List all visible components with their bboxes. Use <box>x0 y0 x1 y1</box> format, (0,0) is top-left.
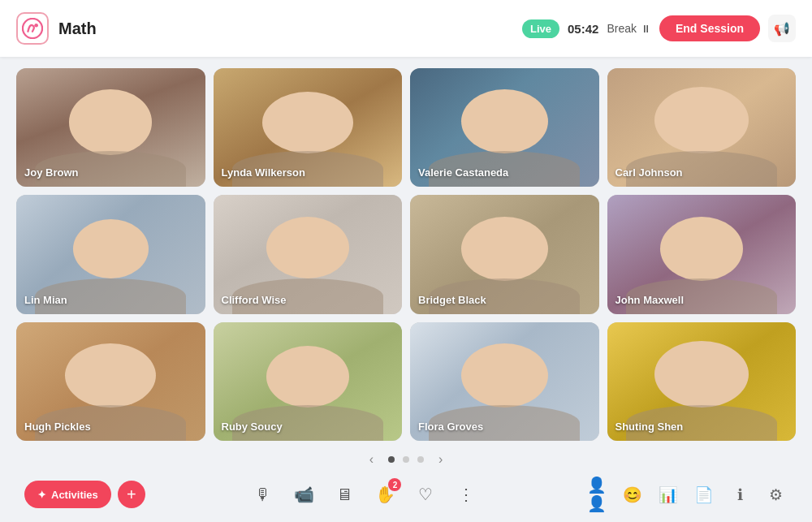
video-cell-lynda: Lynda Wilkerson <box>214 68 403 187</box>
student-name-bridget: Bridget Black <box>418 294 486 306</box>
page-title: Math <box>58 19 97 38</box>
bottom-toolbar: ✦ Activities + 🎙📹🖥✋2♡⋮ 👤👤😊📊📄ℹ⚙ <box>16 475 796 514</box>
session-timer: 05:42 <box>568 22 598 36</box>
activities-icon: ✦ <box>37 489 46 501</box>
heart-button[interactable]: ♡ <box>412 481 438 507</box>
screen-button[interactable]: 🖥 <box>331 481 357 507</box>
pagination-dot-3[interactable] <box>417 456 424 463</box>
video-cell-joy: Joy Brown <box>16 68 205 187</box>
logo <box>16 12 49 45</box>
pause-icon: ⏸ <box>641 23 651 35</box>
student-name-flora: Flora Groves <box>418 421 483 433</box>
video-grid: Joy BrownLynda WilkersonValerie Castaned… <box>16 68 796 441</box>
speaker-icon: 📢 <box>774 21 790 37</box>
activities-button[interactable]: ✦ Activities <box>24 481 111 508</box>
next-page-button[interactable]: › <box>432 449 449 470</box>
video-cell-hugh: Hugh Pickles <box>16 322 205 441</box>
toolbar-center: 🎙📹🖥✋2♡⋮ <box>250 481 479 507</box>
break-label: Break <box>607 22 637 35</box>
student-name-lynda: Lynda Wilkerson <box>222 166 305 179</box>
speaker-button[interactable]: 📢 <box>768 15 796 42</box>
student-name-carl: Carl Johnson <box>615 166 683 179</box>
doc-button[interactable]: 📄 <box>692 482 716 507</box>
toolbar-left: ✦ Activities + <box>24 481 145 508</box>
svg-point-1 <box>34 24 38 28</box>
hand-button[interactable]: ✋2 <box>372 481 398 507</box>
break-button[interactable]: Break ⏸ <box>607 22 651 35</box>
prev-page-button[interactable]: ‹ <box>363 449 380 470</box>
toolbar-right: 👤👤😊📊📄ℹ⚙ <box>585 482 788 507</box>
header-right: Live 05:42 Break ⏸ End Session 📢 <box>522 15 796 42</box>
student-name-clifford: Clifford Wise <box>222 294 287 306</box>
video-cell-lin: Lin Mian <box>16 195 205 313</box>
header: Math Live 05:42 Break ⏸ End Session 📢 <box>0 0 812 57</box>
pagination-dot-1[interactable] <box>388 456 395 463</box>
settings-button[interactable]: ⚙ <box>763 482 788 507</box>
video-cell-clifford: Clifford Wise <box>214 195 403 313</box>
chat-button[interactable]: 😊 <box>620 482 645 507</box>
video-cell-ruby: Ruby Soucy <box>214 322 403 441</box>
student-name-lin: Lin Mian <box>24 294 67 306</box>
main-content: Joy BrownLynda WilkersonValerie Castaned… <box>0 57 812 522</box>
video-cell-bridget: Bridget Black <box>410 195 599 313</box>
pagination-dot-2[interactable] <box>403 456 409 463</box>
info-button[interactable]: ℹ <box>728 482 752 507</box>
video-cell-carl: Carl Johnson <box>607 68 797 187</box>
activities-label: Activities <box>51 489 98 501</box>
camera-button[interactable]: 📹 <box>291 481 317 507</box>
hand-badge: 2 <box>388 478 401 491</box>
student-name-john: John Maxwell <box>615 294 685 306</box>
more-button[interactable]: ⋮ <box>453 481 479 507</box>
student-name-hugh: Hugh Pickles <box>24 421 91 433</box>
svg-point-0 <box>23 19 42 38</box>
live-badge: Live <box>522 19 559 38</box>
video-cell-john: John Maxwell <box>607 195 797 313</box>
student-name-valerie: Valerie Castaneda <box>418 166 508 179</box>
video-cell-shuting: Shuting Shen <box>607 322 797 441</box>
chart-button[interactable]: 📊 <box>656 482 680 507</box>
student-name-shuting: Shuting Shen <box>615 421 684 433</box>
student-name-joy: Joy Brown <box>24 166 78 179</box>
mic-button[interactable]: 🎙 <box>250 481 276 507</box>
video-cell-flora: Flora Groves <box>410 322 599 441</box>
students-button[interactable]: 👤👤 <box>585 482 609 507</box>
pagination: ‹ › <box>16 449 796 470</box>
header-left: Math <box>16 12 97 45</box>
video-cell-valerie: Valerie Castaneda <box>410 68 599 187</box>
add-button[interactable]: + <box>118 481 145 508</box>
end-session-button[interactable]: End Session <box>659 15 760 41</box>
student-name-ruby: Ruby Soucy <box>222 421 283 433</box>
